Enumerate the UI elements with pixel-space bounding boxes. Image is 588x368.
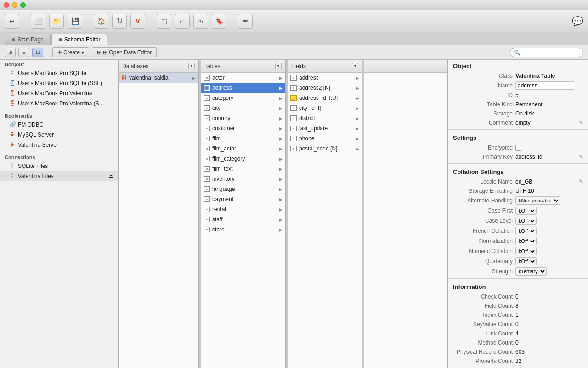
field-address[interactable]: ≡ address ▶: [288, 73, 362, 83]
table-film-text[interactable]: ≡ film_text ▶: [201, 164, 285, 174]
strength-dropdown[interactable]: kTertiary: [515, 267, 547, 276]
back-button[interactable]: ↩: [5, 14, 19, 29]
french-collation-dropdown[interactable]: kOff: [515, 227, 537, 235]
sidebar-item-valentina-server[interactable]: 🗄 Valentina Server: [0, 140, 118, 150]
table-staff[interactable]: ≡ staff ▶: [201, 214, 285, 224]
table-film-actor[interactable]: ≡ film_actor ▶: [201, 144, 285, 154]
home-button[interactable]: 🏠: [94, 14, 108, 29]
method-count-label: Method Count: [453, 339, 513, 346]
sidebar-label: User's MacBook Pro Valentina: [18, 90, 92, 97]
table-label: language: [212, 186, 235, 192]
alternate-handling-select[interactable]: kNonIgnorable: [515, 196, 560, 205]
field-phone[interactable]: ≡ phone ▶: [288, 133, 362, 144]
save-button[interactable]: 💾: [68, 14, 82, 29]
normalization-dropdown[interactable]: kOff: [515, 237, 537, 245]
field-postal-code[interactable]: ≡ postal_code [N] ▶: [288, 144, 362, 154]
chat-icon[interactable]: 💬: [572, 16, 583, 27]
field-district[interactable]: ≡ district ▶: [288, 113, 362, 123]
fields-dropdown-button[interactable]: ▾: [352, 63, 358, 69]
french-collation-select[interactable]: kOff: [515, 227, 537, 235]
table-country[interactable]: ≡ country ▶: [201, 113, 285, 123]
table-customer[interactable]: ≡ customer ▶: [201, 123, 285, 133]
table-arrow: ▶: [279, 146, 283, 151]
layout-button[interactable]: ⬚: [157, 14, 171, 29]
table-payment[interactable]: ≡ payment ▶: [201, 194, 285, 204]
quaternary-dropdown[interactable]: kOff: [515, 257, 537, 265]
numeric-collation-dropdown[interactable]: kOff: [515, 247, 537, 255]
table-language[interactable]: ≡ language ▶: [201, 184, 285, 194]
encrypted-checkbox[interactable]: [515, 145, 521, 151]
eyedropper-button[interactable]: ✒: [238, 14, 253, 29]
create-button[interactable]: ✚ Create ▾: [52, 47, 89, 58]
field-city-id[interactable]: ≡ city_id [I] ▶: [288, 103, 362, 113]
case-first-select[interactable]: kOff: [515, 207, 537, 215]
field-address-id[interactable]: 🔑 address_id [I:U] ▶: [288, 93, 362, 103]
refresh-button[interactable]: ↻: [112, 14, 127, 29]
normalization-select[interactable]: kOff: [515, 237, 537, 245]
table-icon: ≡: [204, 226, 210, 233]
minimize-button[interactable]: [12, 2, 17, 8]
field-icon: ≡: [290, 125, 297, 132]
table-rental[interactable]: ≡ rental ▶: [201, 204, 285, 214]
sidebar-item-sqlite-files[interactable]: 🗄 SQLite Files: [0, 161, 118, 171]
pk-edit-icon[interactable]: ✎: [579, 154, 583, 160]
grid-view-button[interactable]: ⊞: [5, 48, 16, 57]
table-city[interactable]: ≡ city ▶: [201, 103, 285, 113]
table-store[interactable]: ≡ store ▶: [201, 224, 285, 235]
window-button[interactable]: ▭: [175, 14, 190, 29]
strength-label: Strength: [453, 268, 513, 275]
case-first-dropdown[interactable]: kOff: [515, 207, 537, 215]
database-valentina-sakila[interactable]: 🗄 valentina_sakila ▶: [119, 73, 198, 83]
list-view-button[interactable]: ≡: [18, 48, 29, 57]
locale-edit-icon[interactable]: ✎: [579, 178, 583, 185]
chart-button[interactable]: ∿: [193, 14, 208, 29]
tab-schema-editor[interactable]: ⊞ Schema Editor: [51, 34, 107, 45]
numeric-collation-label: Numeric Collation: [453, 248, 513, 254]
tab-start-page[interactable]: ⊞ Start Page: [5, 34, 51, 45]
databases-dropdown-button[interactable]: ▾: [188, 63, 195, 69]
table-film-category[interactable]: ≡ film_category ▶: [201, 154, 285, 164]
french-collation-row: French Collation kOff: [448, 226, 588, 236]
sidebar-item-mysql-server[interactable]: 🗄 MySQL Server: [0, 130, 118, 140]
sidebar-item-macbook-valentina-s[interactable]: 🗄 User's MacBook Pro Valentina (S...: [0, 98, 118, 109]
name-input[interactable]: [515, 81, 575, 90]
table-label: inventory: [212, 176, 235, 182]
comment-edit-icon[interactable]: ✎: [579, 120, 583, 126]
valentina-button[interactable]: V: [130, 14, 145, 29]
table-actor[interactable]: ≡ actor ▶: [201, 73, 285, 83]
icon-view-button[interactable]: ⊟: [32, 48, 43, 57]
table-category[interactable]: ≡ category ▶: [201, 93, 285, 103]
case-level-dropdown[interactable]: kOff: [515, 217, 537, 225]
quaternary-select[interactable]: kOff: [515, 257, 537, 265]
open-data-editor-button[interactable]: ⊞ ⊞ Open Data Editor: [92, 47, 157, 58]
bookmark-button[interactable]: 🔖: [212, 14, 226, 29]
sidebar-label: Valentina Server: [18, 142, 58, 148]
sidebar-item-fm-odbc[interactable]: 🔗 FM ODBC: [0, 120, 118, 130]
sidebar-item-macbook-sqlite[interactable]: 🗄 User's MacBook Pro SQLite: [0, 68, 118, 78]
sidebar-item-valentina-files[interactable]: 🗄 Valentina Files ⏏: [0, 171, 118, 181]
numeric-collation-select[interactable]: kOff: [515, 247, 537, 255]
sidebar-item-macbook-valentina[interactable]: 🗄 User's MacBook Pro Valentina: [0, 88, 118, 98]
new-window-button[interactable]: ⬜: [31, 14, 45, 29]
open-button[interactable]: 📁: [49, 14, 64, 29]
case-level-select[interactable]: kOff: [515, 217, 537, 225]
tables-dropdown-button[interactable]: ▾: [275, 63, 282, 69]
field-icon: ≡: [290, 85, 297, 91]
encrypted-row: Encrypted: [448, 143, 588, 152]
alternate-handling-dropdown[interactable]: kNonIgnorable: [515, 196, 560, 205]
search-input[interactable]: [510, 48, 583, 57]
table-arrow: ▶: [279, 227, 283, 232]
field-address2[interactable]: ≡ address2 [N] ▶: [288, 83, 362, 93]
table-inventory[interactable]: ≡ inventory ▶: [201, 174, 285, 184]
table-film[interactable]: ≡ film ▶: [201, 133, 285, 144]
table-address[interactable]: ≡ address ▶: [201, 83, 285, 93]
sidebar-item-macbook-sqlite-ssl[interactable]: 🗄 User's MacBook Pro SQLite (SSL): [0, 78, 118, 88]
maximize-button[interactable]: [20, 2, 26, 8]
sidebar-label: SQLite Files: [18, 163, 48, 169]
property-count-row: Property Count 32: [448, 356, 588, 366]
field-last-update[interactable]: ≡ last_update ▶: [288, 123, 362, 133]
primary-key-row: Primary Key address_id ✎: [448, 152, 588, 161]
field-label: phone: [299, 135, 314, 142]
strength-select[interactable]: kTertiary: [515, 267, 547, 276]
close-button[interactable]: [4, 2, 9, 8]
